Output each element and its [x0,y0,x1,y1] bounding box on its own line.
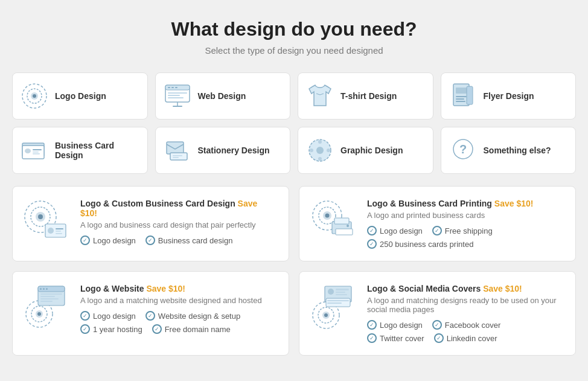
tshirt-design-icon [307,83,333,109]
svg-rect-15 [456,88,467,94]
design-card-logo[interactable]: Logo Design [12,72,148,120]
svg-rect-7 [171,87,174,88]
bundle-logo-business-title: Logo & Custom Business Card Design Save … [80,199,276,218]
svg-point-41 [38,214,43,219]
svg-rect-19 [467,86,473,104]
svg-point-54 [347,225,349,227]
svg-text:?: ? [459,142,467,156]
feature-business-card-design: Business card design [145,235,233,245]
design-card-graphic[interactable]: Graphic Design [298,127,433,174]
feature-linkedin: Linkedin cover [434,333,497,343]
flyer-design-label: Flyer Design [484,91,534,101]
bundle-logo-social-info: Logo & Social Media Covers Save $10! A l… [367,284,563,343]
page-title: What design do you need? [12,18,576,40]
other-design-icon: ? [450,137,476,164]
feature-domain: Free domain name [152,324,231,334]
svg-rect-65 [40,296,55,297]
bundle-logo-printing-info: Logo & Business Card Printing Save $10! … [367,199,563,249]
bundle-logo-business-features: Logo design Business card design [80,235,276,245]
svg-point-73 [328,289,334,295]
check-icon-hosting [80,324,90,334]
design-card-stationery[interactable]: Stationery Design [155,127,291,174]
svg-rect-79 [327,303,342,304]
bundle-logo-website-icon [22,284,71,332]
check-icon-logo-p [367,226,377,235]
feature-logo-design-s: Logo design [367,320,423,330]
logo-design-label: Logo Design [55,91,106,101]
svg-rect-66 [40,298,59,299]
page-subtitle: Select the type of design you need desig… [12,45,576,56]
feature-free-shipping: Free shipping [432,226,493,235]
business-card-design-label: Business Card Design [55,141,139,160]
svg-rect-26 [167,142,184,154]
svg-rect-63 [46,288,48,290]
svg-point-34 [310,149,313,152]
svg-point-35 [327,149,330,152]
design-card-business-card[interactable]: Business Card Design [12,127,148,174]
bundle-logo-printing-icon [309,199,357,247]
feature-facebook: Facebook cover [432,320,501,330]
svg-rect-62 [43,288,45,290]
check-icon-website [145,311,155,321]
flyer-design-icon [450,83,476,109]
svg-rect-9 [168,92,187,94]
stationery-design-icon [164,137,191,164]
svg-rect-6 [168,87,170,88]
svg-rect-74 [336,289,349,290]
svg-rect-75 [336,292,345,293]
design-card-web[interactable]: Web Design [155,72,291,120]
feature-twitter: Twitter cover [367,333,424,343]
svg-rect-29 [173,157,179,158]
bundle-card-logo-printing[interactable]: Logo & Business Card Printing Save $10! … [299,186,576,261]
svg-point-50 [325,214,330,218]
design-type-grid: Logo Design Web Design [12,72,576,174]
check-icon-shipping [432,226,442,235]
check-icon-250 [367,239,377,249]
bundle-logo-business-icon [22,199,71,247]
feature-logo-design-w: Logo design [80,311,136,321]
bundle-card-logo-social[interactable]: Logo & Social Media Covers Save $10! A l… [299,271,576,356]
svg-point-31 [316,147,324,154]
svg-rect-45 [56,231,61,232]
svg-rect-67 [40,301,53,302]
svg-point-3 [33,94,36,98]
svg-rect-18 [456,101,465,102]
svg-rect-27 [170,153,187,160]
check-icon-logo [80,235,90,245]
svg-rect-25 [33,153,40,155]
business-card-design-icon [21,137,48,164]
feature-250-cards: 250 business cards printed [367,239,473,249]
svg-rect-76 [336,294,347,295]
svg-rect-61 [40,288,42,290]
svg-point-43 [48,228,54,234]
check-icon-logo-w [80,311,90,321]
design-card-other[interactable]: ? Something else? [441,127,577,174]
svg-rect-10 [168,95,180,96]
check-icon-logo-s [367,320,377,330]
check-icon-twitter [367,333,377,343]
svg-rect-64 [40,293,62,295]
svg-rect-16 [456,96,467,97]
check-icon-domain [152,324,162,334]
bundle-card-logo-website[interactable]: Logo & Website Save $10! A logo and a ma… [12,271,289,356]
bundle-card-logo-business[interactable]: Logo & Custom Business Card Design Save … [12,186,289,261]
svg-rect-44 [56,228,63,229]
web-design-label: Web Design [198,91,246,101]
check-icon-facebook [432,320,442,330]
design-card-flyer[interactable]: Flyer Design [441,72,577,120]
svg-rect-23 [33,149,42,150]
bundles-grid: Logo & Custom Business Card Design Save … [12,186,576,356]
svg-rect-11 [168,97,184,98]
page-container: What design do you need? Select the type… [12,18,576,356]
svg-rect-53 [336,229,353,235]
svg-rect-13 [173,106,182,107]
bundle-logo-printing-desc: A logo and printed business cards [367,211,563,220]
svg-rect-52 [334,218,349,224]
feature-logo-design-p: Logo design [367,226,423,235]
svg-rect-22 [25,149,31,153]
check-icon-business [145,235,155,245]
design-card-tshirt[interactable]: T-shirt Design [298,72,433,120]
stationery-design-label: Stationery Design [198,146,270,155]
feature-hosting: 1 year hosting [80,324,142,334]
svg-point-71 [324,313,328,317]
